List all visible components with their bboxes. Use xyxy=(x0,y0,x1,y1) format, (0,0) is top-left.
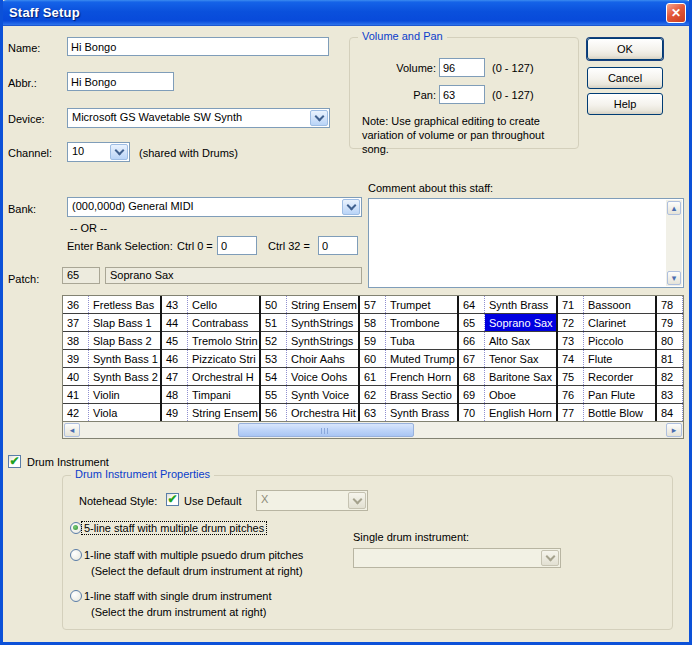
patch-name-cell[interactable]: Slap Bass 2 xyxy=(89,332,160,349)
patch-name-cell[interactable]: Bassoon xyxy=(584,296,655,313)
patch-name-cell[interactable]: SynthStrings xyxy=(287,314,358,331)
patch-name-cell[interactable]: Slap Bass 1 xyxy=(89,314,160,331)
patch-name-cell[interactable]: Piccolo xyxy=(584,332,655,349)
patch-name-cell[interactable]: Flute xyxy=(584,350,655,367)
radio-1line-single[interactable] xyxy=(70,590,82,602)
patch-number-cell[interactable]: 52 xyxy=(261,332,287,349)
patch-name-cell[interactable]: Baritone Sax xyxy=(485,368,556,385)
title-bar[interactable]: Staff Setup ✕ xyxy=(0,0,692,26)
radio-1line-multi[interactable] xyxy=(70,549,82,561)
patch-number-cell[interactable]: 54 xyxy=(261,368,287,385)
patch-name-cell[interactable]: Fretless Bas xyxy=(89,296,160,313)
patch-number-cell[interactable]: 71 xyxy=(558,296,584,313)
device-combobox[interactable]: Microsoft GS Wavetable SW Synth xyxy=(67,108,330,128)
scroll-right-button[interactable]: ▸ xyxy=(666,423,682,437)
patch-number-cell[interactable]: 38 xyxy=(63,332,89,349)
patch-number-cell[interactable]: 83 xyxy=(657,386,683,403)
patch-table-hscrollbar[interactable]: ◂ ▸ xyxy=(63,422,683,438)
channel-combobox[interactable]: 10 xyxy=(67,142,130,162)
patch-name-cell[interactable]: Timpani xyxy=(188,386,259,403)
patch-number-cell[interactable]: 44 xyxy=(162,314,188,331)
device-dropdown-button[interactable] xyxy=(310,110,328,126)
patch-name-cell[interactable]: Clarinet xyxy=(584,314,655,331)
patch-name-cell[interactable]: Contrabass xyxy=(188,314,259,331)
name-input[interactable] xyxy=(67,37,329,56)
patch-number-cell[interactable]: 66 xyxy=(459,332,485,349)
patch-name-cell[interactable]: English Horn xyxy=(485,404,556,421)
patch-name-cell[interactable]: String Ensem xyxy=(287,296,358,313)
patch-name-cell[interactable]: Choir Aahs xyxy=(287,350,358,367)
patch-number-cell[interactable]: 45 xyxy=(162,332,188,349)
close-button[interactable]: ✕ xyxy=(666,3,686,23)
patch-number-cell[interactable]: 58 xyxy=(360,314,386,331)
patch-name-cell-selected[interactable]: Soprano Sax xyxy=(485,314,556,331)
patch-name-cell[interactable]: Orchestra Hit xyxy=(287,404,358,421)
scroll-down-button[interactable]: ▾ xyxy=(667,271,681,285)
patch-number-cell[interactable]: 49 xyxy=(162,404,188,421)
patch-number-cell[interactable]: 64 xyxy=(459,296,485,313)
patch-number-cell[interactable]: 43 xyxy=(162,296,188,313)
drum-instrument-checkbox[interactable]: ✔ xyxy=(8,455,21,468)
patch-number-cell[interactable]: 77 xyxy=(558,404,584,421)
patch-number-cell[interactable]: 65 xyxy=(459,314,485,331)
bank-combobox[interactable]: (000,000d) General MIDI xyxy=(67,197,362,217)
patch-number-cell[interactable]: 50 xyxy=(261,296,287,313)
volume-input[interactable] xyxy=(439,58,485,77)
patch-name-cell[interactable]: SynthStrings xyxy=(287,332,358,349)
patch-name-cell[interactable]: Voice Oohs xyxy=(287,368,358,385)
patch-number-cell[interactable]: 70 xyxy=(459,404,485,421)
patch-name-cell[interactable]: Synth Bass 1 xyxy=(89,350,160,367)
patch-name-cell[interactable]: Trombone xyxy=(386,314,457,331)
patch-number-cell[interactable]: 68 xyxy=(459,368,485,385)
patch-number-cell[interactable]: 57 xyxy=(360,296,386,313)
patch-name-cell[interactable]: String Ensem xyxy=(188,404,259,421)
patch-number-cell[interactable]: 42 xyxy=(63,404,89,421)
patch-number-cell[interactable]: 72 xyxy=(558,314,584,331)
patch-name-cell[interactable]: Tuba xyxy=(386,332,457,349)
comment-textarea[interactable] xyxy=(369,199,666,287)
patch-name-cell[interactable]: Synth Brass xyxy=(485,296,556,313)
patch-number-cell[interactable]: 76 xyxy=(558,386,584,403)
patch-name-cell[interactable]: French Horn xyxy=(386,368,457,385)
radio-5line-staff-label[interactable]: 5-line staff with multiple drum pitches xyxy=(81,521,267,535)
radio-1line-multi-label[interactable]: 1-line staff with multiple psuedo drum p… xyxy=(84,549,303,561)
patch-number-cell[interactable]: 53 xyxy=(261,350,287,367)
patch-number-cell[interactable]: 79 xyxy=(657,314,683,331)
patch-number-cell[interactable]: 40 xyxy=(63,368,89,385)
patch-number-cell[interactable]: 74 xyxy=(558,350,584,367)
ctrl32-input[interactable] xyxy=(318,236,358,255)
help-button[interactable]: Help xyxy=(587,93,663,115)
patch-number-cell[interactable]: 48 xyxy=(162,386,188,403)
patch-number-cell[interactable]: 60 xyxy=(360,350,386,367)
radio-1line-single-label[interactable]: 1-line staff with single drum instrument xyxy=(84,590,272,602)
patch-number-cell[interactable]: 51 xyxy=(261,314,287,331)
patch-number-cell[interactable]: 75 xyxy=(558,368,584,385)
patch-name-cell[interactable]: Oboe xyxy=(485,386,556,403)
patch-name-cell[interactable]: Tenor Sax xyxy=(485,350,556,367)
pan-input[interactable] xyxy=(439,85,485,104)
patch-name-cell[interactable]: Tremolo Strin xyxy=(188,332,259,349)
patch-number-cell[interactable]: 39 xyxy=(63,350,89,367)
patch-number-cell[interactable]: 61 xyxy=(360,368,386,385)
patch-number-cell[interactable]: 69 xyxy=(459,386,485,403)
bank-dropdown-button[interactable] xyxy=(342,199,360,215)
use-default-checkbox[interactable]: ✔ xyxy=(166,493,179,506)
patch-name-cell[interactable]: Violin xyxy=(89,386,160,403)
patch-number-cell[interactable]: 37 xyxy=(63,314,89,331)
ctrl0-input[interactable] xyxy=(217,236,257,255)
comment-vscrollbar[interactable]: ▴ ▾ xyxy=(666,200,682,286)
patch-name-cell[interactable]: Bottle Blow xyxy=(584,404,655,421)
scroll-left-button[interactable]: ◂ xyxy=(64,423,80,437)
patch-name-cell[interactable]: Muted Trump xyxy=(386,350,457,367)
channel-dropdown-button[interactable] xyxy=(110,144,128,160)
patch-name-cell[interactable]: Synth Brass xyxy=(386,404,457,421)
patch-number-cell[interactable]: 55 xyxy=(261,386,287,403)
patch-number-cell[interactable]: 73 xyxy=(558,332,584,349)
patch-name-cell[interactable]: Recorder xyxy=(584,368,655,385)
scroll-up-button[interactable]: ▴ xyxy=(667,201,681,215)
patch-number-cell[interactable]: 78 xyxy=(657,296,683,313)
hscrollbar-thumb[interactable] xyxy=(238,423,414,437)
patch-name-cell[interactable]: Trumpet xyxy=(386,296,457,313)
patch-number-cell[interactable]: 59 xyxy=(360,332,386,349)
patch-number-cell[interactable]: 84 xyxy=(657,404,683,421)
